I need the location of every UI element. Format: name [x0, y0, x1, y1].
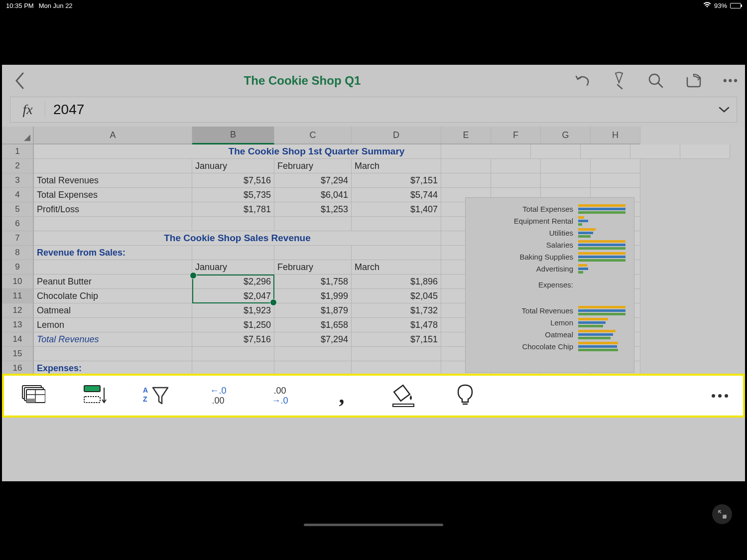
col-header-B[interactable]: B: [192, 127, 274, 144]
cell-C4[interactable]: $6,041: [274, 188, 352, 202]
cell-A12[interactable]: Oatmeal: [34, 303, 192, 318]
cell-F1[interactable]: [581, 144, 630, 159]
cell-B2[interactable]: January: [192, 159, 274, 173]
increase-decimal-button[interactable]: .00 →.0: [266, 382, 294, 410]
row-header-11[interactable]: 11: [2, 289, 34, 303]
cell-C13[interactable]: $1,658: [274, 318, 352, 332]
col-header-A[interactable]: A: [34, 127, 192, 144]
formula-expand-button[interactable]: [712, 104, 737, 116]
minimize-button[interactable]: [712, 504, 732, 524]
cell-D5[interactable]: $1,407: [352, 202, 441, 217]
cell-A15[interactable]: [34, 347, 192, 361]
row-header-4[interactable]: 4: [2, 188, 34, 202]
cell-C2[interactable]: February: [274, 159, 352, 173]
cell-A10[interactable]: Peanut Butter: [34, 275, 192, 289]
cell-G2[interactable]: [541, 159, 591, 173]
row-header-9[interactable]: 9: [2, 260, 34, 275]
row-header-12[interactable]: 12: [2, 303, 34, 318]
row-header-5[interactable]: 5: [2, 202, 34, 217]
cell-B14[interactable]: $7,516: [192, 332, 274, 347]
cell-A3[interactable]: Total Revenues: [34, 173, 192, 188]
cell-C12[interactable]: $1,879: [274, 303, 352, 318]
card-view-button[interactable]: [19, 382, 47, 410]
cell-A13[interactable]: Lemon: [34, 318, 192, 332]
cell-B3[interactable]: $7,516: [192, 173, 274, 188]
cell-D15[interactable]: [352, 347, 441, 361]
document-title[interactable]: The Cookie Shop Q1: [31, 74, 574, 88]
cell-G3[interactable]: [541, 173, 591, 188]
cell-B5[interactable]: $1,781: [192, 202, 274, 217]
cell-D1[interactable]: [441, 144, 531, 159]
fill-color-button[interactable]: [389, 382, 417, 410]
row-header-10[interactable]: 10: [2, 275, 34, 289]
cell-C10[interactable]: $1,758: [274, 275, 352, 289]
row-header-7[interactable]: 7: [2, 231, 34, 246]
cell-D8[interactable]: [352, 246, 441, 260]
home-indicator[interactable]: [304, 524, 443, 526]
cell-A2[interactable]: [34, 159, 192, 173]
cell-B10[interactable]: $2,296: [192, 275, 274, 289]
col-header-F[interactable]: F: [491, 127, 541, 144]
cell-D13[interactable]: $1,478: [352, 318, 441, 332]
cell-C5[interactable]: $1,253: [274, 202, 352, 217]
cell-H2[interactable]: [591, 159, 640, 173]
formula-bar[interactable]: fx 2047: [10, 97, 737, 123]
cell-H1[interactable]: [680, 144, 730, 159]
cell-E2[interactable]: [441, 159, 491, 173]
cell-D2[interactable]: March: [352, 159, 441, 173]
cell-C14[interactable]: $7,294: [274, 332, 352, 347]
cell-C11[interactable]: $1,999: [274, 289, 352, 303]
row-header-15[interactable]: 15: [2, 347, 34, 361]
decrease-decimal-button[interactable]: ←.0 .00: [204, 382, 232, 410]
cell-D4[interactable]: $5,744: [352, 188, 441, 202]
cell-B8[interactable]: [192, 246, 274, 260]
cell-C6[interactable]: [274, 217, 352, 231]
row-header-3[interactable]: 3: [2, 173, 34, 188]
row-header-2[interactable]: 2: [2, 159, 34, 173]
chart-object[interactable]: Total Expenses Equipment Rental Utilitie…: [465, 197, 634, 373]
cell-D10[interactable]: $1,896: [352, 275, 441, 289]
cell-D3[interactable]: $7,151: [352, 173, 441, 188]
undo-button[interactable]: [574, 72, 591, 89]
share-button[interactable]: [684, 72, 703, 89]
ideas-button[interactable]: [451, 382, 479, 410]
cell-F3[interactable]: [491, 173, 541, 188]
cell-C9[interactable]: February: [274, 260, 352, 275]
cell-E3[interactable]: [441, 173, 491, 188]
cell-A1[interactable]: [34, 144, 192, 159]
cell-B6[interactable]: [192, 217, 274, 231]
sort-filter-button[interactable]: A Z: [142, 382, 170, 410]
row-header-1[interactable]: 1: [2, 144, 34, 159]
cell-A11[interactable]: Chocolate Chip: [34, 289, 192, 303]
col-header-G[interactable]: G: [541, 127, 591, 144]
cell-B15[interactable]: [192, 347, 274, 361]
cell-D11[interactable]: $2,045: [352, 289, 441, 303]
comma-format-button[interactable]: ,: [328, 382, 356, 410]
cell-E1[interactable]: [531, 144, 581, 159]
cell-D12[interactable]: $1,732: [352, 303, 441, 318]
cell-C15[interactable]: [274, 347, 352, 361]
cell-A4[interactable]: Total Expenses: [34, 188, 192, 202]
col-header-H[interactable]: H: [591, 127, 640, 144]
back-button[interactable]: [8, 72, 31, 89]
row-header-14[interactable]: 14: [2, 332, 34, 347]
formula-value[interactable]: 2047: [45, 102, 712, 118]
cell-B12[interactable]: $1,923: [192, 303, 274, 318]
cell-B11[interactable]: $2,047: [192, 289, 274, 303]
col-header-D[interactable]: D: [352, 127, 441, 144]
insert-row-button[interactable]: [81, 382, 109, 410]
search-button[interactable]: [647, 72, 664, 89]
cell-A8[interactable]: Revenue from Sales:: [34, 246, 192, 260]
col-header-E[interactable]: E: [441, 127, 491, 144]
col-header-C[interactable]: C: [274, 127, 352, 144]
cell-D9[interactable]: March: [352, 260, 441, 275]
cell-C3[interactable]: $7,294: [274, 173, 352, 188]
cell-C8[interactable]: [274, 246, 352, 260]
cell-D14[interactable]: $7,151: [352, 332, 441, 347]
title-q1-summary[interactable]: The Cookie Shop 1st Quarter Summary: [192, 144, 441, 159]
row-header-8[interactable]: 8: [2, 246, 34, 260]
row-header-6[interactable]: 6: [2, 217, 34, 231]
cell-A6[interactable]: [34, 217, 192, 231]
cell-A5[interactable]: Profit/Loss: [34, 202, 192, 217]
cell-B9[interactable]: January: [192, 260, 274, 275]
